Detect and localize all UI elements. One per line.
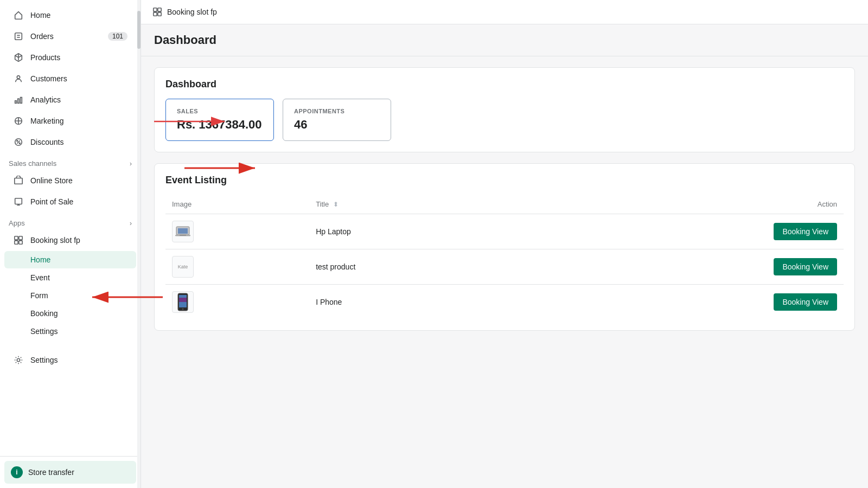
sidebar-item-products-label: Products — [30, 53, 60, 62]
sidebar-item-booking-app[interactable]: Booking slot fp — [4, 230, 136, 251]
dashboard-section-title: Dashboard — [165, 79, 844, 90]
table-row: I Phone Booking View — [165, 285, 844, 320]
topbar-app-icon — [152, 7, 163, 17]
event-listing-section: Event Listing Image Title ⬍ Action — [154, 163, 855, 331]
table-cell-image: Kate — [165, 249, 309, 285]
dashboard-section: Dashboard SALES Rs. 1367384.00 APPOINTME… — [154, 67, 855, 152]
orders-badge: 101 — [108, 32, 127, 41]
sales-channels-label: Sales channels — [9, 159, 56, 168]
table-cell-action: Booking View — [528, 249, 844, 285]
table-cell-action: Booking View — [528, 214, 844, 249]
sidebar-item-settings[interactable]: Settings — [4, 350, 136, 370]
page-header: Dashboard — [141, 24, 868, 56]
table-cell-image — [165, 285, 309, 320]
sidebar-item-booking-app-label: Booking slot fp — [30, 236, 80, 245]
svg-rect-0 — [15, 33, 22, 40]
sales-stat-label: SALES — [177, 108, 263, 114]
sidebar-item-home-label: Home — [30, 11, 50, 20]
svg-rect-12 — [15, 178, 22, 184]
sidebar-item-analytics[interactable]: Analytics — [4, 89, 136, 110]
apps-label: Apps — [9, 219, 25, 227]
sidebar-subitem-booking[interactable]: Booking — [4, 305, 136, 322]
sidebar-item-pos[interactable]: Point of Sale — [4, 191, 136, 212]
sidebar-item-marketing[interactable]: Marketing — [4, 111, 136, 131]
store-transfer-item[interactable]: i Store transfer — [4, 461, 136, 484]
sidebar-subitem-settings-label: Settings — [30, 327, 58, 336]
booking-view-button-3[interactable]: Booking View — [774, 293, 837, 311]
sidebar-subitem-settings[interactable]: Settings — [4, 323, 136, 340]
online-store-icon — [13, 175, 24, 186]
event-listing-title: Event Listing — [165, 175, 844, 186]
sales-stat-card: SALES Rs. 1367384.00 — [165, 99, 274, 141]
svg-rect-19 — [19, 241, 22, 244]
stats-row: SALES Rs. 1367384.00 APPOINTMENTS 46 — [165, 99, 844, 141]
svg-rect-27 — [178, 228, 188, 234]
col-image: Image — [165, 195, 309, 214]
sidebar-subitem-booking-label: Booking — [30, 309, 58, 318]
table-row: Hp Laptop Booking View — [165, 214, 844, 249]
appointments-stat-value: 46 — [294, 118, 380, 132]
sidebar-item-online-store-label: Online Store — [30, 176, 73, 185]
booking-view-button-2[interactable]: Booking View — [774, 258, 837, 275]
svg-rect-24 — [158, 12, 161, 16]
page-title: Dashboard — [154, 33, 855, 47]
svg-rect-23 — [154, 12, 157, 16]
sort-icon: ⬍ — [333, 201, 339, 208]
discounts-icon — [13, 137, 24, 147]
svg-rect-21 — [154, 8, 157, 11]
topbar-app-name: Booking slot fp — [167, 8, 217, 16]
apps-chevron-icon: › — [130, 220, 132, 227]
appointments-stat-label: APPOINTMENTS — [294, 108, 380, 114]
home-icon — [13, 10, 24, 21]
sidebar-subitem-home-label: Home — [30, 255, 50, 264]
store-transfer-icon: i — [11, 466, 23, 478]
main-content: Booking slot fp Dashboard Dashboard — [141, 0, 868, 488]
sidebar-item-products[interactable]: Products — [4, 47, 136, 68]
settings-icon — [13, 355, 24, 365]
svg-rect-18 — [15, 241, 18, 244]
svg-rect-22 — [158, 8, 161, 11]
store-transfer-label: Store transfer — [28, 468, 74, 477]
table-cell-title: test product — [309, 249, 527, 285]
sales-stat-value: Rs. 1367384.00 — [177, 118, 263, 132]
table-cell-image — [165, 214, 309, 249]
sidebar-nav: Home Orders 101 Products — [0, 0, 141, 456]
sidebar-item-orders-label: Orders — [30, 32, 54, 41]
orders-icon — [13, 31, 24, 42]
pos-icon — [13, 196, 24, 207]
svg-point-33 — [182, 309, 184, 310]
booking-view-button-1[interactable]: Booking View — [774, 223, 837, 240]
event-listing-table: Image Title ⬍ Action — [165, 195, 844, 319]
sidebar-footer: i Store transfer — [0, 456, 141, 488]
svg-point-11 — [19, 143, 20, 144]
sidebar-subitem-form[interactable]: Form — [4, 287, 136, 304]
sidebar-subitem-event-label: Event — [30, 273, 50, 282]
apps-section[interactable]: Apps › — [0, 213, 141, 229]
sidebar-item-analytics-label: Analytics — [30, 95, 61, 104]
product-image-laptop — [172, 221, 194, 242]
svg-rect-4 — [15, 101, 17, 104]
svg-rect-13 — [15, 198, 22, 204]
sidebar-subitem-home[interactable]: Home — [4, 251, 136, 268]
sidebar-item-customers[interactable]: Customers — [4, 68, 136, 89]
sidebar-item-online-store[interactable]: Online Store — [4, 170, 136, 191]
products-icon — [13, 52, 24, 63]
topbar: Booking slot fp — [141, 0, 868, 24]
customers-icon — [13, 73, 24, 84]
svg-point-20 — [17, 358, 20, 361]
svg-rect-17 — [19, 236, 22, 240]
sidebar-subitem-event[interactable]: Event — [4, 269, 136, 286]
svg-point-10 — [17, 140, 18, 142]
sidebar-item-settings-label: Settings — [30, 356, 58, 364]
sidebar-item-home[interactable]: Home — [4, 5, 136, 25]
sidebar-subitem-form-label: Form — [30, 291, 48, 300]
col-title: Title ⬍ — [309, 195, 527, 214]
sales-channels-section[interactable]: Sales channels › — [0, 153, 141, 170]
col-action: Action — [528, 195, 844, 214]
sidebar-item-discounts-label: Discounts — [30, 138, 63, 146]
svg-rect-5 — [18, 99, 20, 103]
svg-rect-16 — [15, 236, 18, 240]
sidebar-item-discounts[interactable]: Discounts — [4, 132, 136, 152]
table-cell-title: I Phone — [309, 285, 527, 320]
sidebar-item-orders[interactable]: Orders 101 — [4, 26, 136, 47]
